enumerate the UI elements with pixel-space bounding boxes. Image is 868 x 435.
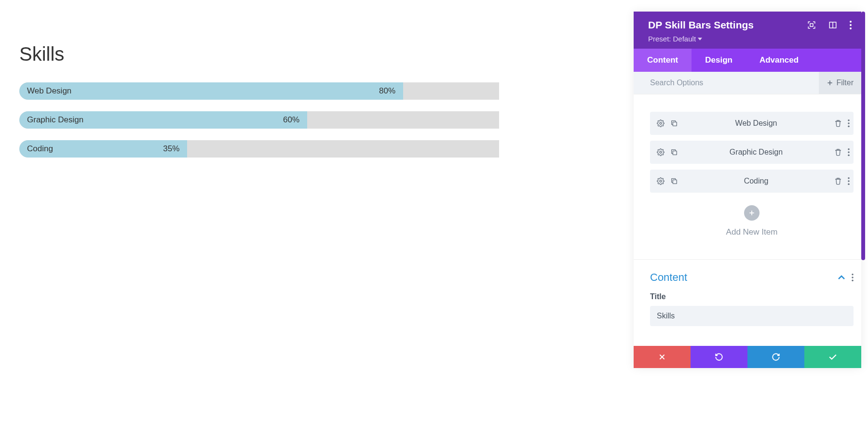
tab-content[interactable]: Content: [634, 49, 692, 72]
close-icon: [658, 353, 666, 361]
svg-point-27: [852, 279, 854, 281]
skill-bar-fill: Coding 35%: [19, 140, 187, 158]
svg-point-18: [660, 180, 662, 182]
skill-bar-track: Graphic Design 60%: [19, 111, 499, 129]
filter-label: Filter: [836, 79, 854, 87]
list-item[interactable]: Coding: [650, 170, 854, 193]
redo-icon: [772, 353, 780, 361]
content-section: Content Title: [634, 260, 861, 336]
gear-icon[interactable]: [657, 177, 665, 185]
more-icon[interactable]: [852, 274, 854, 281]
more-icon[interactable]: [848, 148, 850, 156]
panel-header: DP Skill Bars Settings Preset: Default: [634, 12, 861, 49]
add-item-area: Add New Item: [650, 198, 854, 250]
skill-bar-percent: 60%: [283, 115, 299, 125]
close-button[interactable]: [634, 346, 691, 368]
plus-icon: [748, 210, 755, 216]
preview-area: Skills Web Design 80% Graphic Design 60%…: [0, 0, 518, 158]
trash-icon[interactable]: [834, 119, 842, 127]
svg-point-20: [848, 177, 850, 179]
svg-point-22: [848, 183, 850, 185]
svg-rect-0: [810, 24, 813, 26]
preview-title: Skills: [19, 43, 499, 65]
skill-bar-percent: 80%: [379, 86, 395, 96]
svg-point-16: [848, 151, 850, 153]
svg-point-8: [660, 122, 662, 124]
skill-bar-track: Coding 35%: [19, 140, 499, 158]
svg-point-10: [848, 119, 850, 121]
svg-point-15: [848, 148, 850, 150]
items-list: Web Design Graphic Design: [634, 94, 861, 259]
skill-bar-track: Web Design 80%: [19, 82, 499, 100]
redo-button[interactable]: [747, 346, 804, 368]
settings-panel: DP Skill Bars Settings Preset: Default C…: [634, 12, 861, 368]
title-input[interactable]: [650, 306, 854, 326]
trash-icon[interactable]: [834, 148, 842, 156]
duplicate-icon[interactable]: [670, 148, 678, 156]
duplicate-icon[interactable]: [670, 177, 678, 185]
panel-body: Filter Web Design Graphi: [634, 72, 861, 346]
svg-rect-9: [673, 122, 677, 126]
preset-prefix: Preset:: [648, 35, 671, 43]
preset-name: Default: [673, 35, 696, 43]
skill-bar-percent: 35%: [163, 144, 179, 154]
skill-bar: Coding 35%: [19, 140, 499, 158]
expand-icon[interactable]: [807, 21, 816, 29]
svg-point-3: [850, 21, 852, 23]
trash-icon[interactable]: [834, 177, 842, 185]
gear-icon[interactable]: [657, 148, 665, 156]
svg-rect-14: [673, 151, 677, 155]
save-button[interactable]: [804, 346, 861, 368]
skill-bar-fill: Web Design 80%: [19, 82, 403, 100]
item-label: Web Design: [678, 119, 834, 128]
tab-design[interactable]: Design: [692, 49, 746, 72]
chevron-up-icon[interactable]: [838, 275, 845, 280]
search-input[interactable]: [634, 72, 819, 94]
item-label: Graphic Design: [678, 148, 834, 157]
gear-icon[interactable]: [657, 119, 665, 127]
more-icon[interactable]: [848, 177, 850, 185]
svg-point-12: [848, 125, 850, 127]
check-icon: [828, 354, 837, 360]
item-label: Coding: [678, 177, 834, 185]
tab-advanced[interactable]: Advanced: [746, 49, 812, 72]
skill-bar: Graphic Design 60%: [19, 111, 499, 129]
svg-point-11: [848, 122, 850, 124]
svg-point-4: [850, 24, 852, 26]
columns-icon[interactable]: [828, 21, 837, 29]
skill-bar: Web Design 80%: [19, 82, 499, 100]
section-title[interactable]: Content: [650, 271, 687, 284]
skill-bar-label: Coding: [27, 144, 53, 154]
svg-point-25: [852, 274, 854, 276]
undo-button[interactable]: [691, 346, 747, 368]
svg-rect-19: [673, 180, 677, 184]
more-icon[interactable]: [850, 21, 852, 29]
svg-point-26: [852, 277, 854, 278]
preset-selector[interactable]: Preset: Default: [648, 35, 852, 43]
panel-footer: [634, 346, 861, 368]
panel-title: DP Skill Bars Settings: [648, 19, 754, 31]
filter-button[interactable]: Filter: [819, 72, 861, 94]
scrollbar[interactable]: [861, 12, 865, 260]
search-row: Filter: [634, 72, 861, 94]
svg-point-21: [848, 180, 850, 182]
svg-point-17: [848, 154, 850, 156]
title-field-label: Title: [650, 292, 854, 301]
svg-point-5: [850, 27, 852, 29]
add-item-label: Add New Item: [650, 227, 854, 237]
skill-bar-label: Graphic Design: [27, 115, 83, 125]
undo-icon: [715, 353, 723, 361]
skill-bar-label: Web Design: [27, 86, 71, 96]
caret-down-icon: [698, 38, 702, 40]
panel-tabs: Content Design Advanced: [634, 49, 861, 72]
add-item-button[interactable]: [744, 205, 760, 221]
list-item[interactable]: Graphic Design: [650, 141, 854, 164]
plus-icon: [827, 79, 833, 86]
duplicate-icon[interactable]: [670, 119, 678, 127]
more-icon[interactable]: [848, 119, 850, 127]
svg-point-13: [660, 151, 662, 153]
skill-bar-fill: Graphic Design 60%: [19, 111, 307, 129]
list-item[interactable]: Web Design: [650, 112, 854, 135]
